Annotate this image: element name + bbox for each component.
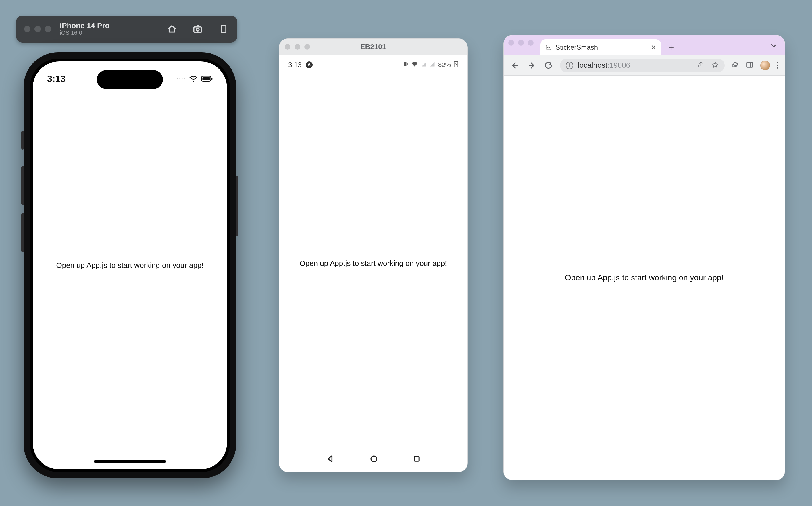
android-window-controls[interactable] [285,44,310,50]
forward-icon[interactable] [527,61,536,70]
battery-icon [201,76,213,82]
close-dot[interactable] [285,44,291,50]
iphone-screen[interactable]: 3:13 ···· Open up App.js to start workin… [33,62,227,469]
close-dot[interactable] [24,26,30,32]
close-dot[interactable] [508,40,514,46]
simulator-control-bar: iPhone 14 Pro iOS 16.0 [16,15,237,43]
svg-rect-2 [221,25,226,32]
site-info-icon[interactable]: i [566,62,573,69]
simulator-device-os: iOS 16.0 [60,29,109,36]
home-indicator[interactable] [94,460,166,463]
cellular-icon: ···· [177,76,186,82]
recents-icon[interactable] [413,455,421,464]
android-window-title: EB2101 [360,43,386,51]
extensions-icon[interactable] [732,61,739,70]
close-tab-icon[interactable]: ✕ [651,44,656,51]
app-content-text: Open up App.js to start working on your … [299,259,447,268]
browser-window: StickerSmash ✕ ＋ i localhost:19006 [503,35,785,480]
svg-rect-0 [194,27,202,33]
back-icon[interactable] [510,61,520,70]
back-icon[interactable] [326,454,335,465]
android-window-titlebar[interactable]: EB2101 [279,39,467,55]
home-icon[interactable] [166,23,177,35]
browser-tab[interactable]: StickerSmash ✕ [540,39,661,56]
svg-rect-4 [202,77,210,80]
svg-rect-12 [747,62,752,67]
tab-title: StickerSmash [556,44,647,52]
browser-window-controls[interactable] [508,35,533,56]
android-emulator-window: EB2101 3:13 Λ 82% [279,38,468,472]
android-nav-bar [279,447,467,472]
iphone-volume-down [21,213,24,252]
reload-icon[interactable] [543,61,553,70]
iphone-power-button [236,176,238,236]
wifi-icon [189,76,198,82]
iphone-volume-up [21,166,24,205]
minimize-dot[interactable] [518,40,524,46]
screenshot-icon[interactable] [192,23,204,35]
minimize-dot[interactable] [295,44,300,50]
tab-list-chevron-icon[interactable] [770,42,777,51]
share-icon[interactable] [697,61,705,70]
new-tab-button[interactable]: ＋ [667,39,675,56]
profile-avatar[interactable] [760,61,770,70]
svg-rect-10 [414,456,419,461]
browser-page-content[interactable]: Open up App.js to start working on your … [504,76,785,480]
minimize-dot[interactable] [34,26,41,32]
dynamic-island [97,70,163,89]
browser-tab-strip: StickerSmash ✕ ＋ [504,35,785,56]
zoom-dot[interactable] [304,44,310,50]
rotate-icon[interactable] [218,23,229,35]
url-port: :19006 [607,61,631,70]
svg-point-1 [196,28,199,31]
more-menu-icon[interactable] [777,62,779,69]
app-content-text: Open up App.js to start working on your … [33,261,227,270]
zoom-dot[interactable] [528,40,533,46]
simulator-window-controls[interactable] [24,26,51,32]
address-bar[interactable]: i localhost:19006 [560,59,725,72]
bookmark-star-icon[interactable] [712,61,719,70]
svg-point-9 [371,456,377,462]
android-screen[interactable]: 3:13 Λ 82% [279,55,467,472]
svg-rect-5 [212,78,213,80]
zoom-dot[interactable] [45,26,51,32]
app-content-text: Open up App.js to start working on your … [565,273,724,282]
ios-clock: 3:13 [47,74,66,84]
url-host: localhost [578,61,607,70]
iphone-device-frame: 3:13 ···· Open up App.js to start workin… [23,52,236,479]
favicon-icon [546,45,551,50]
simulator-device-name: iPhone 14 Pro [60,22,109,29]
side-panel-icon[interactable] [746,61,753,70]
simulator-device-info: iPhone 14 Pro iOS 16.0 [60,22,109,36]
browser-toolbar: i localhost:19006 [504,56,785,76]
iphone-side-button [21,131,24,150]
home-icon[interactable] [370,454,378,465]
